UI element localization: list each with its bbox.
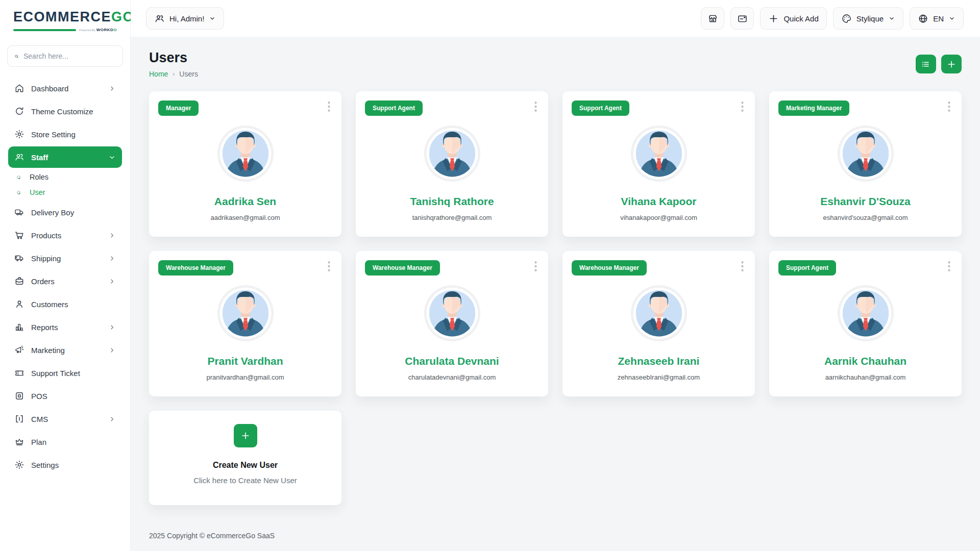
sidebar-item-support-ticket[interactable]: Support Ticket bbox=[8, 362, 122, 384]
plus-icon bbox=[946, 59, 957, 69]
sidebar-item-dashboard[interactable]: Dashboard bbox=[8, 78, 122, 99]
breadcrumb-home-link[interactable]: Home bbox=[149, 70, 168, 78]
sidebar-item-staff[interactable]: Staff bbox=[8, 146, 122, 168]
logo-underline bbox=[13, 29, 76, 31]
user-name-link[interactable]: Pranit Vardhan bbox=[158, 355, 332, 367]
chevron-down-icon bbox=[209, 15, 216, 22]
kebab-icon bbox=[738, 107, 747, 114]
page-title: Users bbox=[149, 50, 198, 66]
sidebar-item-pos[interactable]: POS bbox=[8, 385, 122, 407]
avatar bbox=[423, 284, 482, 343]
sidebar-item-settings[interactable]: Settings bbox=[8, 454, 122, 475]
kebab-icon bbox=[945, 266, 953, 274]
card-menu-button[interactable] bbox=[736, 259, 749, 274]
user-email: zehnaseebIrani@gmail.com bbox=[572, 373, 746, 381]
avatar-illustration bbox=[836, 124, 895, 183]
user-email: charulatadevnani@gmail.com bbox=[365, 373, 539, 381]
sidebar-item-orders[interactable]: Orders bbox=[8, 270, 122, 292]
plan-icon bbox=[14, 437, 24, 447]
role-badge: Warehouse Manager bbox=[572, 260, 647, 276]
chevron-down-icon bbox=[108, 154, 116, 161]
role-badge: Support Agent bbox=[365, 101, 423, 116]
brand-logo-text: ECOMMERCEGO bbox=[13, 9, 117, 25]
sidebar-item-products[interactable]: Products bbox=[8, 224, 122, 246]
sidebar-item-plan[interactable]: Plan bbox=[8, 431, 122, 453]
sidebar-item-label: Customers bbox=[31, 300, 116, 309]
quick-add-button[interactable]: Quick Add bbox=[760, 7, 826, 30]
create-user-title: Create New User bbox=[213, 461, 278, 470]
chevron-down-icon bbox=[888, 15, 895, 22]
bullet-circle-icon bbox=[15, 174, 22, 181]
users-icon bbox=[14, 152, 24, 162]
chevron-right-icon bbox=[108, 323, 116, 331]
card-menu-button[interactable] bbox=[322, 259, 335, 274]
list-icon bbox=[921, 59, 931, 69]
avatar-illustration bbox=[836, 284, 895, 343]
admin-menu-button[interactable]: Hi, Admin! bbox=[146, 7, 224, 30]
user-email: pranitvardhan@gmail.com bbox=[158, 373, 332, 381]
sidebar-item-roles[interactable]: Roles bbox=[8, 169, 122, 185]
avatar-illustration bbox=[423, 284, 482, 343]
card-menu-button[interactable] bbox=[942, 99, 955, 115]
sidebar-item-label: Settings bbox=[31, 461, 116, 469]
user-name-link[interactable]: Zehnaseeb Irani bbox=[572, 355, 746, 367]
sidebar-item-cms[interactable]: CMS bbox=[8, 408, 122, 430]
user-name-link[interactable]: Tanishq Rathore bbox=[365, 195, 539, 208]
sidebar-item-theme-customize[interactable]: Theme Customize bbox=[8, 101, 122, 122]
sidebar-item-marketing[interactable]: Marketing bbox=[8, 339, 122, 361]
messages-button[interactable] bbox=[730, 7, 754, 30]
megaphone-icon bbox=[14, 345, 24, 355]
sidebar: ECOMMERCEGO Powered By WORKDO DashboardT… bbox=[0, 0, 131, 551]
truck-icon bbox=[14, 207, 24, 217]
user-card: Support AgentAarnik Chauhanaarnikchauhan… bbox=[769, 251, 962, 396]
user-name-link[interactable]: Aadrika Sen bbox=[158, 195, 332, 208]
sidebar-item-store-setting[interactable]: Store Setting bbox=[8, 123, 122, 145]
create-user-card[interactable]: Create New User Click here to Create New… bbox=[149, 411, 341, 505]
sidebar-item-label: CMS bbox=[31, 415, 102, 423]
user-card: ManagerAadrika Senaadrikasen@gmail.com bbox=[149, 91, 341, 237]
user-name-link[interactable]: Charulata Devnani bbox=[365, 355, 539, 367]
card-menu-button[interactable] bbox=[736, 99, 749, 115]
role-badge: Warehouse Manager bbox=[158, 260, 233, 276]
brand-logo[interactable]: ECOMMERCEGO Powered By WORKDO bbox=[0, 0, 130, 37]
user-name-link[interactable]: Aarnik Chauhan bbox=[778, 355, 952, 367]
gear-icon bbox=[14, 129, 24, 139]
add-user-button[interactable] bbox=[941, 55, 962, 73]
user-email: tanishqrathore@gmail.com bbox=[365, 214, 539, 221]
theme-style-button[interactable]: Stylique bbox=[833, 7, 903, 30]
user-email: vihanakapoor@gmail.com bbox=[572, 214, 746, 221]
sidebar-item-user[interactable]: User bbox=[8, 185, 122, 200]
search-input[interactable] bbox=[23, 52, 116, 60]
card-menu-button[interactable] bbox=[529, 259, 542, 274]
sidebar-item-label: Delivery Boy bbox=[31, 208, 116, 217]
kebab-icon bbox=[738, 266, 747, 274]
chevron-right-icon bbox=[108, 346, 116, 354]
role-badge: Warehouse Manager bbox=[365, 260, 440, 276]
avatar bbox=[836, 124, 895, 183]
sidebar-item-label: User bbox=[30, 188, 45, 196]
create-user-subtitle: Click here to Create New User bbox=[193, 476, 297, 485]
user-name-link[interactable]: Vihana Kapoor bbox=[572, 195, 746, 208]
card-menu-button[interactable] bbox=[529, 99, 542, 115]
sidebar-item-label: Store Setting bbox=[31, 130, 116, 139]
sidebar-item-label: Dashboard bbox=[31, 84, 102, 93]
topbar: Hi, Admin! Quick Add bbox=[131, 0, 980, 37]
sidebar-item-delivery-boy[interactable]: Delivery Boy bbox=[8, 202, 122, 223]
card-menu-button[interactable] bbox=[942, 259, 955, 274]
cart-icon bbox=[14, 230, 24, 240]
kebab-icon bbox=[531, 266, 540, 274]
user-card: Warehouse ManagerZehnaseeb Iranizehnasee… bbox=[562, 251, 755, 396]
sidebar-search bbox=[7, 45, 123, 67]
card-menu-button[interactable] bbox=[322, 99, 335, 115]
user-name-link[interactable]: Eshanvir D'Souza bbox=[778, 195, 952, 208]
create-user-plus-button[interactable] bbox=[234, 424, 257, 447]
storefront-button[interactable] bbox=[701, 7, 724, 30]
search-icon bbox=[14, 52, 19, 61]
list-view-button[interactable] bbox=[916, 55, 936, 73]
sidebar-item-label: POS bbox=[31, 392, 116, 400]
sidebar-item-shipping[interactable]: Shipping bbox=[8, 247, 122, 269]
sidebar-item-reports[interactable]: Reports bbox=[8, 316, 122, 338]
sidebar-item-customers[interactable]: Customers bbox=[8, 293, 122, 315]
language-button[interactable]: EN bbox=[910, 7, 964, 30]
avatar-illustration bbox=[423, 124, 482, 183]
